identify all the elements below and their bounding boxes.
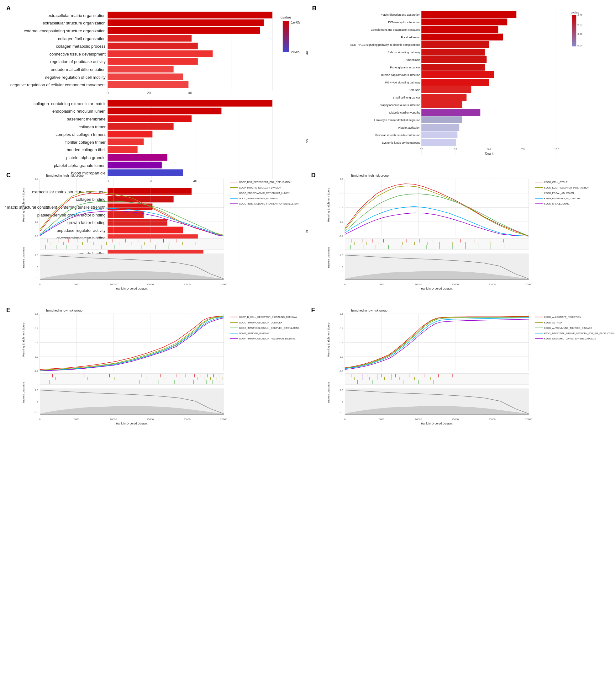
svg-text:0.0: 0.0 [419,148,423,151]
svg-text:10000: 10000 [110,283,117,286]
svg-rect-43 [108,123,173,129]
svg-rect-17 [108,58,198,65]
svg-text:0.2: 0.2 [35,341,39,344]
svg-text:Complement and coagulation cas: Complement and coagulation cascades [371,28,420,31]
svg-text:5000: 5000 [379,418,384,421]
svg-text:0: 0 [342,266,343,269]
svg-rect-113 [421,86,471,93]
svg-text:KEGG_ASTHMA: KEGG_ASTHMA [544,321,562,324]
svg-rect-111 [421,79,489,86]
svg-text:0.04: 0.04 [577,44,582,47]
svg-rect-47 [108,138,143,145]
svg-rect-103 [421,49,485,55]
svg-text:Small cell lung cancer: Small cell lung cancer [393,96,420,99]
svg-text:regulation of peptidase activi: regulation of peptidase activity [50,60,106,64]
svg-rect-45 [108,131,152,138]
svg-text:2e-05: 2e-05 [291,50,300,54]
svg-text:7.5: 7.5 [521,148,525,151]
svg-text:KEGG_PATHWAYS_IN_CANCER: KEGG_PATHWAYS_IN_CANCER [544,197,580,200]
svg-rect-41 [108,115,192,122]
svg-text:GOCC_IMMUNOGLOBULIN_COMPLEX_CI: GOCC_IMMUNOGLOBULIN_COMPLEX_CIRCULATING [239,327,299,330]
svg-text:Ranked List Metric: Ranked List Metric [22,382,25,403]
svg-text:2.5: 2.5 [340,254,343,257]
svg-text:collagen trimer: collagen trimer [79,124,106,129]
svg-text:Pertussis: Pertussis [408,88,420,91]
svg-text:0.02: 0.02 [577,23,582,26]
svg-text:basement membrane: basement membrane [67,117,106,121]
svg-text:20000: 20000 [183,418,191,421]
svg-text:Focal adhesion: Focal adhesion [401,36,420,39]
svg-text:0.4: 0.4 [35,206,39,209]
svg-text:Ranked List Metric: Ranked List Metric [327,247,330,268]
svg-text:Platelet activation: Platelet activation [398,126,420,129]
svg-text:collagen fibril organization: collagen fibril organization [58,36,106,41]
svg-rect-115 [421,94,466,101]
svg-rect-97 [421,26,498,33]
svg-text:0.6: 0.6 [339,178,343,180]
svg-text:Rank in Ordered Dataset: Rank in Ordered Dataset [421,422,453,425]
svg-text:connective tissue development: connective tissue development [49,52,106,57]
svg-text:5000: 5000 [379,283,384,286]
svg-rect-125 [421,131,457,138]
svg-text:Rank in Ordered Dataset: Rank in Ordered Dataset [116,422,148,425]
svg-text:endodermal cell differentiatio: endodermal cell differentiation [51,67,106,72]
svg-text:5000: 5000 [74,283,79,286]
svg-text:extracellular structure organi: extracellular structure organization [43,21,106,26]
svg-rect-411 [344,374,529,385]
svg-text:15000: 15000 [451,418,459,421]
svg-text:-2.5: -2.5 [35,411,38,414]
e-chart: Enriched in low risk group Running Enric… [5,306,306,439]
svg-rect-19 [108,66,173,73]
svg-text:platelet alpha granule: platelet alpha granule [66,155,106,160]
svg-text:GOCC_INTERMEDIATE_FILAMENT_CYT: GOCC_INTERMEDIATE_FILAMENT_CYTOSKELETON [239,202,298,205]
svg-text:0.4: 0.4 [35,327,39,330]
svg-text:20000: 20000 [183,283,191,286]
svg-rect-13 [108,43,198,49]
svg-text:10000: 10000 [110,418,117,421]
page: A BP extracellular matri [0,0,616,678]
svg-rect-440 [344,414,529,415]
cc-label: CC [305,139,309,143]
svg-text:platelet alpha granule lumen: platelet alpha granule lumen [54,163,106,168]
svg-text:0.6: 0.6 [339,312,343,315]
svg-text:0.8: 0.8 [35,178,39,180]
svg-text:Systemic lupus erythematosus: Systemic lupus erythematosus [382,141,420,144]
svg-text:1e-05: 1e-05 [291,21,300,24]
svg-text:0.2: 0.2 [35,221,39,223]
svg-rect-206 [40,279,224,280]
svg-rect-109 [421,71,494,78]
svg-text:GOBP_MITOTIC_NUCLEAR_DIVISION: GOBP_MITOTIC_NUCLEAR_DIVISION [239,186,281,189]
svg-rect-121 [421,116,462,123]
svg-text:-0.2: -0.2 [338,235,343,237]
b-chart: Protein digestion and absorption ECM–rec… [313,10,612,171]
svg-text:KEGG_CELL_CYCLE: KEGG_CELL_CYCLE [544,181,567,184]
svg-rect-37 [108,100,273,106]
svg-text:Rank in Ordered Dataset: Rank in Ordered Dataset [116,287,148,290]
svg-text:KEGG_ALLOGRAFT_REJECTION: KEGG_ALLOGRAFT_REJECTION [544,315,581,318]
svg-rect-51 [108,154,167,161]
svg-rect-23 [108,81,189,88]
svg-text:25000: 25000 [220,418,228,421]
svg-text:5.0: 5.0 [487,148,491,151]
svg-text:fibrillar collagen trimer: fibrillar collagen trimer [66,140,106,145]
bp-chart: extracellular matrix organization extrac… [5,10,303,96]
svg-text:-0.2: -0.2 [34,370,38,372]
panel-f: F Enriched in low risk group Running Enr… [310,306,612,439]
svg-text:GOCC_ENDOPLASMIC_RETICULUM_LUM: GOCC_ENDOPLASMIC_RETICULUM_LUMEN [239,192,289,194]
svg-rect-290 [344,279,529,280]
svg-rect-53 [108,161,161,168]
svg-text:negative regulation of cellula: negative regulation of cellular componen… [10,82,106,87]
svg-text:Relaxin signaling pathway: Relaxin signaling pathway [387,51,420,54]
svg-text:Count: Count [485,152,493,155]
svg-text:GOCC_INTERMEDIATE_FILAMENT: GOCC_INTERMEDIATE_FILAMENT [239,197,278,200]
svg-text:-2.5: -2.5 [339,411,343,414]
svg-text:0.03: 0.03 [577,33,582,35]
svg-rect-93 [421,11,516,18]
svg-text:KEGG_AUTOIMMUNE_THYROID_DISEAS: KEGG_AUTOIMMUNE_THYROID_DISEASE [544,327,592,330]
panel-f-label: F [311,306,315,314]
svg-text:20000: 20000 [488,418,496,421]
svg-text:-2.5: -2.5 [339,276,343,279]
panel-d-label: D [311,172,316,179]
svg-rect-9 [108,27,260,34]
svg-text:0.2: 0.2 [339,206,343,209]
